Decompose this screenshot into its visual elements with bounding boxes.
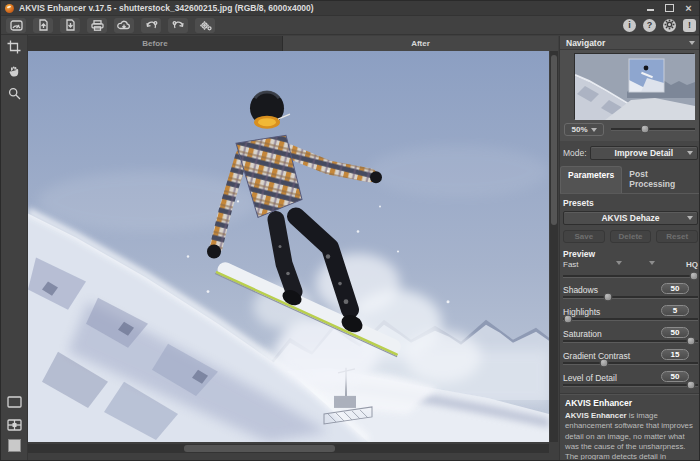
view-tabs: Before After xyxy=(28,36,558,51)
mode-value: Improve Detail xyxy=(615,148,674,158)
close-button[interactable]: × xyxy=(683,4,694,13)
reset-preset-button[interactable]: Reset xyxy=(656,230,698,243)
undo-icon xyxy=(145,20,158,31)
window-title: AKVIS Enhancer v.17.5 - shutterstock_342… xyxy=(19,3,314,13)
printer-icon xyxy=(91,20,104,31)
maximize-button[interactable] xyxy=(664,4,675,13)
panel-options-button[interactable] xyxy=(5,416,24,435)
preview-quality-row: Fast HQ xyxy=(560,259,700,269)
express-mode-button[interactable] xyxy=(6,18,26,33)
gear-icon xyxy=(664,19,675,32)
open-button[interactable] xyxy=(33,18,53,33)
preview-quality-slider[interactable] xyxy=(563,275,698,278)
crop-tool-button[interactable] xyxy=(5,39,24,58)
slider-handle[interactable] xyxy=(687,337,696,346)
title-bar: AKVIS Enhancer v.17.5 - shutterstock_342… xyxy=(1,1,700,16)
vertical-scrollbar[interactable] xyxy=(550,51,558,442)
horizontal-scrollbar[interactable] xyxy=(28,444,549,453)
slider-track[interactable] xyxy=(563,384,698,387)
zoom-slider-handle[interactable] xyxy=(640,125,649,134)
app-window: AKVIS Enhancer v.17.5 - shutterstock_342… xyxy=(0,0,700,461)
info-button[interactable]: i xyxy=(623,19,636,32)
vertical-scrollbar-thumb[interactable] xyxy=(551,55,557,225)
horizontal-scrollbar-thumb[interactable] xyxy=(184,445,335,452)
slider-track[interactable] xyxy=(563,296,698,299)
tab-post-processing[interactable]: Post Processing xyxy=(622,166,700,193)
preview-fast-label: Fast xyxy=(563,260,579,269)
slider-value-field[interactable]: 15 xyxy=(661,349,689,360)
slider-row-shadows: Shadows 50 xyxy=(560,280,700,302)
feedback-icon: ! xyxy=(688,20,691,30)
slider-value-field[interactable]: 50 xyxy=(661,327,689,338)
redo-icon xyxy=(172,20,185,31)
save-preset-button[interactable]: Save xyxy=(563,230,605,243)
navigator-title: Navigator xyxy=(566,38,605,48)
slider-track[interactable] xyxy=(563,340,698,343)
preset-value: AKVIS Dehaze xyxy=(601,213,659,223)
slider-handle[interactable] xyxy=(564,315,573,324)
preset-dropdown[interactable]: AKVIS Dehaze xyxy=(563,211,698,225)
chevron-down-icon xyxy=(689,41,695,45)
akvis-logo-icon xyxy=(5,4,14,13)
cloud-download-icon xyxy=(117,20,131,31)
slider-row-highlights: Highlights 5 xyxy=(560,302,700,324)
slider-track[interactable] xyxy=(563,362,698,365)
magnifier-icon xyxy=(8,86,21,104)
slider-handle[interactable] xyxy=(687,381,696,390)
background-color-swatch[interactable] xyxy=(8,439,21,452)
slider-value-field[interactable]: 50 xyxy=(661,283,689,294)
print-button[interactable] xyxy=(87,18,107,33)
undo-button[interactable] xyxy=(141,18,161,33)
slider-handle[interactable] xyxy=(599,359,608,368)
view-modes-button[interactable] xyxy=(5,393,24,412)
image-canvas[interactable] xyxy=(28,51,549,442)
navigator-preview-image xyxy=(575,54,695,120)
mode-dropdown[interactable]: Improve Detail xyxy=(590,146,698,160)
slider-row-level-of-detail: Level of Detail 50 xyxy=(560,368,700,390)
info-icon: i xyxy=(628,20,631,30)
hints-lead: AKVIS Enhancer xyxy=(565,411,627,420)
slider-value-field[interactable]: 50 xyxy=(661,371,689,382)
settings-panel: Navigator xyxy=(559,36,700,461)
tab-before[interactable]: Before xyxy=(28,36,283,51)
window-icon xyxy=(7,394,22,412)
slider-row-gradient-contrast: Gradient Contrast 15 xyxy=(560,346,700,368)
hints-title: AKVIS Enhancer xyxy=(560,394,700,410)
share-button[interactable] xyxy=(114,18,134,33)
chevron-down-icon xyxy=(687,216,693,220)
save-button[interactable] xyxy=(60,18,80,33)
navigator-body: 50% xyxy=(560,50,700,141)
preferences-button[interactable] xyxy=(663,19,676,32)
zoom-level-dropdown[interactable]: 50% xyxy=(564,123,604,136)
zoom-slider[interactable] xyxy=(611,128,695,131)
redo-button[interactable] xyxy=(168,18,188,33)
chevron-down-icon xyxy=(591,128,597,132)
hand-tool-button[interactable] xyxy=(5,62,24,81)
slider-value-field[interactable]: 5 xyxy=(661,305,689,316)
tab-parameters[interactable]: Parameters xyxy=(560,166,622,193)
zoom-tool-button[interactable] xyxy=(5,85,24,104)
tab-after[interactable]: After xyxy=(283,36,558,51)
slider-track[interactable] xyxy=(563,318,698,321)
tool-column xyxy=(1,35,28,461)
tick-icon xyxy=(616,261,622,265)
help-button[interactable]: ? xyxy=(643,19,656,32)
main-toolbar: i ? ! xyxy=(1,16,700,35)
process-button[interactable] xyxy=(195,18,215,33)
preview-hq-label: HQ xyxy=(686,260,698,269)
chevron-down-icon xyxy=(687,151,693,155)
snowboarder-photo xyxy=(28,51,549,442)
feedback-button[interactable]: ! xyxy=(683,19,696,32)
delete-preset-button[interactable]: Delete xyxy=(610,230,652,243)
mode-row: Mode: Improve Detail xyxy=(560,141,700,164)
hand-icon xyxy=(8,63,21,81)
save-file-icon xyxy=(65,19,76,31)
open-file-icon xyxy=(38,19,49,31)
slider-handle[interactable] xyxy=(603,293,612,302)
hints-body: AKVIS Enhancer is image enhancement soft… xyxy=(560,410,700,461)
navigator-thumbnail[interactable] xyxy=(574,53,694,119)
navigator-header[interactable]: Navigator xyxy=(560,36,700,50)
preview-label: Preview xyxy=(560,245,700,259)
minimize-button[interactable] xyxy=(645,4,656,13)
mode-label: Mode: xyxy=(563,148,587,158)
